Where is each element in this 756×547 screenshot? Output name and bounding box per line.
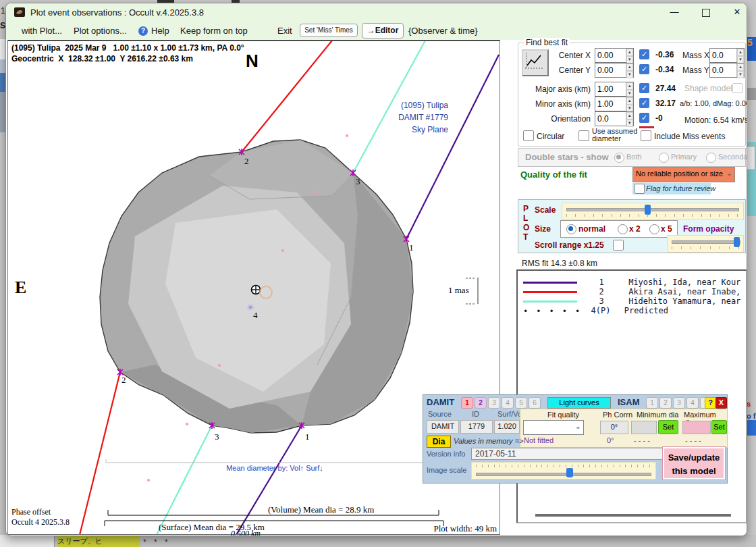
isam-model-4[interactable]: 4 xyxy=(686,397,699,409)
use-assumed-label: Use assumed diameter xyxy=(592,128,637,142)
scale-slider-track[interactable] xyxy=(566,208,739,211)
minor-axis-input[interactable] xyxy=(595,97,626,111)
orientation-spinner[interactable]: ▲▼ xyxy=(595,111,634,126)
minor-axis-spinner[interactable]: ▲▼ xyxy=(595,97,634,111)
background-sliver xyxy=(746,420,756,436)
major-axis-spinner[interactable]: ▲▼ xyxy=(595,82,634,97)
image-scale-label: Image scale xyxy=(427,466,466,474)
menu-plot-options[interactable]: Plot options... xyxy=(74,26,127,36)
max-dia-set-button[interactable]: Set xyxy=(711,420,727,434)
mean-diameter-label[interactable]: Mean diameter by: Vol↑ Surf↓ xyxy=(106,464,443,472)
center-x-checkbox[interactable]: ✓ xyxy=(639,49,649,59)
double-primary-radio[interactable] xyxy=(659,153,669,163)
legend-row[interactable]: 2 Akira Asai, near Inabe, xyxy=(523,287,740,296)
mass-x-input[interactable] xyxy=(710,49,736,62)
orientation-input[interactable] xyxy=(595,112,626,126)
menu-exit[interactable]: Exit xyxy=(277,26,292,36)
center-y-checkbox[interactable]: ✓ xyxy=(639,64,649,74)
sky-plane-line2: DAMIT #1779 xyxy=(346,111,448,124)
form-opacity-thumb[interactable] xyxy=(734,237,740,247)
phase-offset-label: Phase offset xyxy=(11,507,51,517)
minor-axis-checkbox[interactable]: ✓ xyxy=(639,98,649,108)
maximize-button[interactable] xyxy=(696,7,716,18)
title-bar[interactable]: Plot event observations : Occult v.4.202… xyxy=(6,3,747,21)
include-miss-checkbox[interactable] xyxy=(641,130,651,141)
double-secondary-radio[interactable] xyxy=(706,153,716,163)
use-assumed-checkbox[interactable] xyxy=(578,130,589,141)
min-dia-field[interactable] xyxy=(631,421,657,434)
damit-model-1[interactable]: 1 xyxy=(461,397,473,409)
mass-x-spinner[interactable]: ▲▼ xyxy=(709,48,745,63)
circular-checkbox[interactable] xyxy=(523,130,534,141)
legend-row[interactable]: ••••• 4(P) Predicted xyxy=(523,306,668,315)
dia-button[interactable]: Dia xyxy=(427,436,451,448)
menu-with-plot[interactable]: with Plot... xyxy=(22,26,62,36)
menu-keep-on-top[interactable]: Keep form on top xyxy=(180,26,248,36)
mass-y-input[interactable] xyxy=(710,63,736,77)
quality-combobox[interactable]: No reliable position or size ⌄ xyxy=(632,167,735,182)
damit-close-button[interactable]: X xyxy=(716,397,727,409)
shape-model-checkbox[interactable] xyxy=(732,83,742,93)
spinner-arrows[interactable]: ▲▼ xyxy=(736,49,744,62)
spinner-arrows[interactable]: ▲▼ xyxy=(626,49,633,62)
legend-hscrollbar-thumb[interactable] xyxy=(535,514,731,517)
scale-slider[interactable] xyxy=(562,203,744,220)
mass-y-label: Mass Y xyxy=(682,66,709,75)
chord-label: 2 xyxy=(244,156,249,166)
version-info-label: Version info xyxy=(427,450,465,458)
isam-model-2[interactable]: 2 xyxy=(659,397,672,409)
id-value: 1779 xyxy=(460,420,493,434)
background-sliver xyxy=(0,39,5,59)
image-scale-track[interactable] xyxy=(476,473,651,476)
min-dia-set-button[interactable]: Set xyxy=(658,420,678,434)
form-opacity-track[interactable] xyxy=(672,240,740,244)
isam-model-3[interactable]: 3 xyxy=(673,397,685,409)
minimize-button[interactable]: — xyxy=(664,7,684,18)
version-info-field[interactable]: 2017-05-11 xyxy=(471,448,694,460)
center-y-spinner[interactable]: ▲▼ xyxy=(595,63,634,78)
damit-model-6[interactable]: 6 xyxy=(529,397,541,409)
size-normal-radio[interactable] xyxy=(566,224,576,234)
major-axis-input[interactable] xyxy=(595,82,626,96)
isam-title: ISAM xyxy=(618,397,640,407)
menu-help[interactable]: Help xyxy=(151,26,169,36)
center-x-input[interactable] xyxy=(595,49,626,62)
center-x-spinner[interactable]: ▲▼ xyxy=(595,48,634,63)
save-update-button[interactable]: Save/update this model xyxy=(663,447,725,479)
damit-model-5[interactable]: 5 xyxy=(515,397,527,409)
spinner-arrows[interactable]: ▲▼ xyxy=(626,112,633,126)
center-y-input[interactable] xyxy=(595,63,626,77)
scale-slider-thumb[interactable] xyxy=(645,205,651,215)
fit-quality-combobox[interactable]: ⌄ xyxy=(523,420,584,435)
max-dia-field[interactable] xyxy=(682,421,711,434)
spinner-arrows[interactable]: ▲▼ xyxy=(626,63,633,77)
legend-row[interactable]: 3 Hidehito Yamamura, near xyxy=(523,296,740,306)
image-scale-slider[interactable] xyxy=(471,462,656,479)
spinner-arrows[interactable]: ▲▼ xyxy=(736,63,744,77)
orientation-checkbox[interactable]: ✓ xyxy=(639,113,649,123)
close-button[interactable]: ✕ xyxy=(727,7,747,18)
form-opacity-slider[interactable] xyxy=(667,235,744,253)
size-x5-radio[interactable] xyxy=(649,224,659,234)
size-x2-radio[interactable] xyxy=(618,224,628,234)
scroll-range-checkbox[interactable] xyxy=(613,240,624,251)
double-both-radio[interactable] xyxy=(614,153,624,163)
fit-plot-button[interactable] xyxy=(522,49,549,76)
mass-y-spinner[interactable]: ▲▼ xyxy=(709,63,745,78)
isam-model-1[interactable]: 1 xyxy=(646,397,658,409)
editor-button[interactable]: →Editor xyxy=(362,23,404,38)
major-axis-checkbox[interactable]: ✓ xyxy=(639,83,649,93)
flag-review-checkbox[interactable] xyxy=(634,184,645,194)
legend-row[interactable]: 1 Miyoshi, Ida, near Kour xyxy=(523,278,740,287)
observer-time-label[interactable]: {Observer & time} xyxy=(408,26,478,36)
light-curves-button[interactable]: Light curves xyxy=(547,397,611,409)
damit-model-2[interactable]: 2 xyxy=(475,397,487,409)
image-scale-thumb[interactable] xyxy=(566,468,573,477)
damit-model-4[interactable]: 4 xyxy=(502,397,514,409)
set-miss-times-button[interactable]: Set 'Miss' Times xyxy=(300,24,358,37)
spinner-arrows[interactable]: ▲▼ xyxy=(626,97,633,111)
legend-num: 1 xyxy=(599,278,603,287)
damit-model-3[interactable]: 3 xyxy=(488,397,500,409)
damit-help-button[interactable]: ? xyxy=(705,397,716,409)
spinner-arrows[interactable]: ▲▼ xyxy=(626,82,633,96)
